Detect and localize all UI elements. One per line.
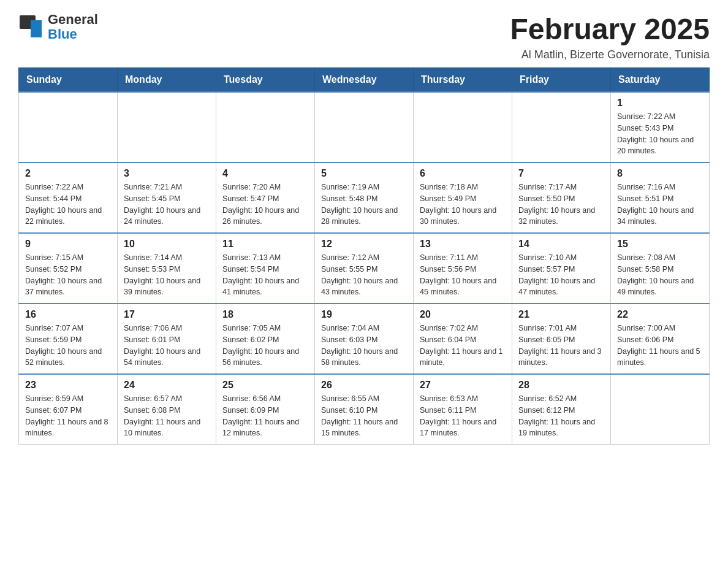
day-info: Sunrise: 7:22 AMSunset: 5:44 PMDaylight:…	[25, 182, 111, 228]
day-number: 14	[518, 239, 604, 250]
day-number: 28	[518, 380, 604, 391]
calendar-week-3: 9Sunrise: 7:15 AMSunset: 5:52 PMDaylight…	[19, 233, 710, 304]
calendar-week-1: 1Sunrise: 7:22 AMSunset: 5:43 PMDaylight…	[19, 92, 710, 163]
day-number: 26	[321, 380, 407, 391]
day-number: 9	[25, 239, 111, 250]
day-number: 10	[124, 239, 210, 250]
logo-blue: Blue	[48, 26, 77, 42]
calendar-cell: 21Sunrise: 7:01 AMSunset: 6:05 PMDayligh…	[512, 304, 611, 374]
day-info: Sunrise: 7:17 AMSunset: 5:50 PMDaylight:…	[518, 182, 604, 228]
calendar-table: SundayMondayTuesdayWednesdayThursdayFrid…	[18, 67, 710, 445]
svg-marker-1	[31, 20, 42, 37]
weekday-header-thursday: Thursday	[414, 68, 512, 93]
calendar-cell	[512, 92, 611, 163]
calendar-cell	[414, 92, 512, 163]
day-info: Sunrise: 6:53 AMSunset: 6:11 PMDaylight:…	[420, 393, 506, 439]
calendar-cell: 23Sunrise: 6:59 AMSunset: 6:07 PMDayligh…	[19, 374, 118, 445]
logo: General Blue	[18, 12, 98, 42]
day-number: 16	[25, 309, 111, 320]
calendar-cell: 7Sunrise: 7:17 AMSunset: 5:50 PMDaylight…	[512, 163, 611, 233]
calendar-cell: 20Sunrise: 7:02 AMSunset: 6:04 PMDayligh…	[414, 304, 512, 374]
calendar-cell	[216, 92, 315, 163]
calendar-cell: 6Sunrise: 7:18 AMSunset: 5:49 PMDaylight…	[414, 163, 512, 233]
day-number: 12	[321, 239, 407, 250]
day-info: Sunrise: 7:05 AMSunset: 6:02 PMDaylight:…	[222, 323, 308, 369]
calendar-cell: 16Sunrise: 7:07 AMSunset: 5:59 PMDayligh…	[19, 304, 118, 374]
weekday-header-sunday: Sunday	[19, 68, 118, 93]
calendar-cell: 28Sunrise: 6:52 AMSunset: 6:12 PMDayligh…	[512, 374, 611, 445]
day-number: 18	[222, 309, 308, 320]
day-info: Sunrise: 7:00 AMSunset: 6:06 PMDaylight:…	[617, 323, 703, 369]
calendar-header: SundayMondayTuesdayWednesdayThursdayFrid…	[19, 68, 710, 93]
calendar-cell: 12Sunrise: 7:12 AMSunset: 5:55 PMDayligh…	[315, 233, 414, 304]
calendar-cell: 22Sunrise: 7:00 AMSunset: 6:06 PMDayligh…	[611, 304, 710, 374]
title-block: February 2025 Al Matlin, Bizerte Governo…	[510, 12, 710, 61]
calendar-cell	[19, 92, 118, 163]
day-info: Sunrise: 7:04 AMSunset: 6:03 PMDaylight:…	[321, 323, 407, 369]
day-number: 22	[617, 309, 703, 320]
day-number: 15	[617, 239, 703, 250]
day-number: 19	[321, 309, 407, 320]
logo-icon	[18, 14, 44, 40]
calendar-cell: 1Sunrise: 7:22 AMSunset: 5:43 PMDaylight…	[611, 92, 710, 163]
calendar-cell: 10Sunrise: 7:14 AMSunset: 5:53 PMDayligh…	[118, 233, 216, 304]
calendar-subtitle: Al Matlin, Bizerte Governorate, Tunisia	[510, 48, 710, 61]
weekday-header-row: SundayMondayTuesdayWednesdayThursdayFrid…	[19, 68, 710, 93]
calendar-cell	[118, 92, 216, 163]
calendar-cell: 11Sunrise: 7:13 AMSunset: 5:54 PMDayligh…	[216, 233, 315, 304]
weekday-header-tuesday: Tuesday	[216, 68, 315, 93]
day-number: 25	[222, 380, 308, 391]
calendar-cell: 19Sunrise: 7:04 AMSunset: 6:03 PMDayligh…	[315, 304, 414, 374]
day-number: 5	[321, 168, 407, 179]
day-number: 24	[124, 380, 210, 391]
day-number: 13	[420, 239, 506, 250]
calendar-cell: 4Sunrise: 7:20 AMSunset: 5:47 PMDaylight…	[216, 163, 315, 233]
day-info: Sunrise: 7:20 AMSunset: 5:47 PMDaylight:…	[222, 182, 308, 228]
calendar-cell: 9Sunrise: 7:15 AMSunset: 5:52 PMDaylight…	[19, 233, 118, 304]
day-number: 1	[617, 98, 703, 109]
day-info: Sunrise: 6:57 AMSunset: 6:08 PMDaylight:…	[124, 393, 210, 439]
day-number: 6	[420, 168, 506, 179]
day-info: Sunrise: 7:21 AMSunset: 5:45 PMDaylight:…	[124, 182, 210, 228]
calendar-week-5: 23Sunrise: 6:59 AMSunset: 6:07 PMDayligh…	[19, 374, 710, 445]
day-info: Sunrise: 7:10 AMSunset: 5:57 PMDaylight:…	[518, 252, 604, 298]
day-info: Sunrise: 7:01 AMSunset: 6:05 PMDaylight:…	[518, 323, 604, 369]
day-info: Sunrise: 7:11 AMSunset: 5:56 PMDaylight:…	[420, 252, 506, 298]
day-info: Sunrise: 7:14 AMSunset: 5:53 PMDaylight:…	[124, 252, 210, 298]
day-info: Sunrise: 7:22 AMSunset: 5:43 PMDaylight:…	[617, 111, 703, 157]
calendar-cell: 15Sunrise: 7:08 AMSunset: 5:58 PMDayligh…	[611, 233, 710, 304]
day-info: Sunrise: 7:19 AMSunset: 5:48 PMDaylight:…	[321, 182, 407, 228]
day-info: Sunrise: 7:08 AMSunset: 5:58 PMDaylight:…	[617, 252, 703, 298]
day-info: Sunrise: 6:52 AMSunset: 6:12 PMDaylight:…	[518, 393, 604, 439]
calendar-body: 1Sunrise: 7:22 AMSunset: 5:43 PMDaylight…	[19, 92, 710, 445]
calendar-cell: 13Sunrise: 7:11 AMSunset: 5:56 PMDayligh…	[414, 233, 512, 304]
logo-general: General	[48, 12, 98, 27]
weekday-header-monday: Monday	[118, 68, 216, 93]
day-info: Sunrise: 7:16 AMSunset: 5:51 PMDaylight:…	[617, 182, 703, 228]
logo-text: General Blue	[48, 12, 98, 42]
calendar-cell: 5Sunrise: 7:19 AMSunset: 5:48 PMDaylight…	[315, 163, 414, 233]
calendar-cell	[611, 374, 710, 445]
day-info: Sunrise: 7:18 AMSunset: 5:49 PMDaylight:…	[420, 182, 506, 228]
day-info: Sunrise: 7:02 AMSunset: 6:04 PMDaylight:…	[420, 323, 506, 369]
calendar-cell: 27Sunrise: 6:53 AMSunset: 6:11 PMDayligh…	[414, 374, 512, 445]
day-info: Sunrise: 6:56 AMSunset: 6:09 PMDaylight:…	[222, 393, 308, 439]
calendar-cell: 25Sunrise: 6:56 AMSunset: 6:09 PMDayligh…	[216, 374, 315, 445]
day-number: 4	[222, 168, 308, 179]
day-number: 7	[518, 168, 604, 179]
calendar-cell: 14Sunrise: 7:10 AMSunset: 5:57 PMDayligh…	[512, 233, 611, 304]
calendar-cell: 8Sunrise: 7:16 AMSunset: 5:51 PMDaylight…	[611, 163, 710, 233]
day-info: Sunrise: 6:55 AMSunset: 6:10 PMDaylight:…	[321, 393, 407, 439]
day-number: 3	[124, 168, 210, 179]
calendar-cell: 18Sunrise: 7:05 AMSunset: 6:02 PMDayligh…	[216, 304, 315, 374]
day-number: 2	[25, 168, 111, 179]
day-info: Sunrise: 7:15 AMSunset: 5:52 PMDaylight:…	[25, 252, 111, 298]
calendar-title: February 2025	[510, 12, 710, 46]
day-number: 23	[25, 380, 111, 391]
calendar-week-2: 2Sunrise: 7:22 AMSunset: 5:44 PMDaylight…	[19, 163, 710, 233]
calendar-week-4: 16Sunrise: 7:07 AMSunset: 5:59 PMDayligh…	[19, 304, 710, 374]
calendar-cell: 24Sunrise: 6:57 AMSunset: 6:08 PMDayligh…	[118, 374, 216, 445]
day-info: Sunrise: 7:12 AMSunset: 5:55 PMDaylight:…	[321, 252, 407, 298]
calendar-cell: 3Sunrise: 7:21 AMSunset: 5:45 PMDaylight…	[118, 163, 216, 233]
calendar-cell	[315, 92, 414, 163]
